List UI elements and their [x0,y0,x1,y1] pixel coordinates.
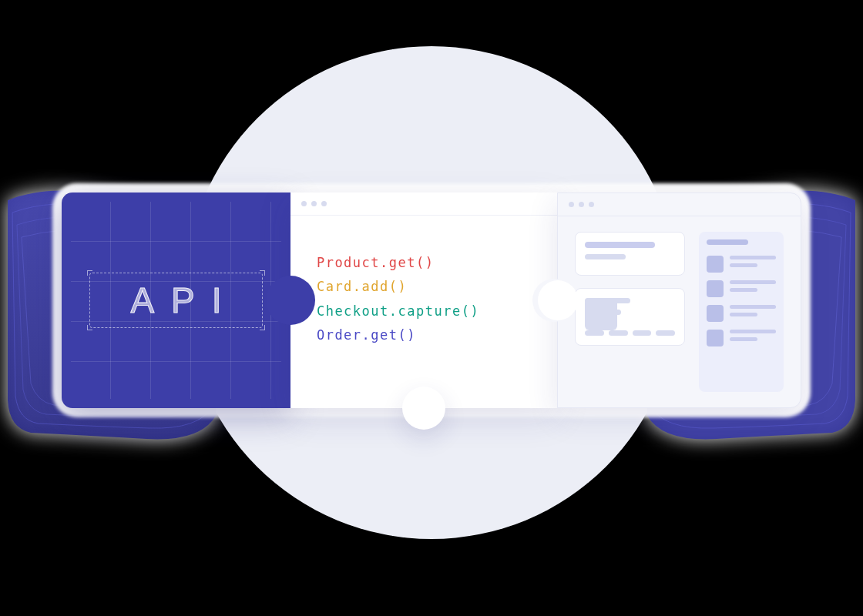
ui-mock-card [575,288,685,346]
list-item [707,280,776,297]
ui-mock-left-column [575,232,685,392]
code-line: Order.get() [317,323,531,347]
traffic-light-dot-icon [321,201,327,206]
thumbnail-placeholder-icon [707,256,724,273]
thumbnail-placeholder-icon [707,330,724,346]
traffic-light-dot-icon [589,202,594,207]
puzzle-piece-api: API [62,192,290,408]
puzzle-strip: API Product.get() Card.add() Checkout.ca… [62,192,801,408]
list-item [707,305,776,322]
api-label: API [113,280,238,321]
thumbnail-placeholder-icon [585,298,617,330]
traffic-light-dot-icon [301,201,307,206]
traffic-light-dot-icon [569,202,574,207]
puzzle-piece-ui [557,192,801,408]
ui-mock-card [575,232,685,276]
list-item [707,330,776,346]
puzzle-piece-code: Product.get() Card.add() Checkout.captur… [290,192,557,408]
code-window-titlebar [290,192,557,216]
ui-window-titlebar [558,193,801,216]
sidebar-heading-placeholder [707,239,748,245]
code-line: Checkout.capture() [317,300,531,323]
traffic-light-dot-icon [311,201,317,206]
code-line: Card.add() [317,275,531,299]
traffic-light-dot-icon [579,202,584,207]
blueprint-frame: API [89,273,263,328]
thumbnail-placeholder-icon [707,305,724,322]
ui-mock-right-column [699,232,784,392]
list-item [707,256,776,273]
code-body: Product.get() Card.add() Checkout.captur… [290,216,557,383]
code-line: Product.get() [317,251,531,275]
thumbnail-placeholder-icon [707,280,724,297]
ui-mock-body [558,216,801,407]
